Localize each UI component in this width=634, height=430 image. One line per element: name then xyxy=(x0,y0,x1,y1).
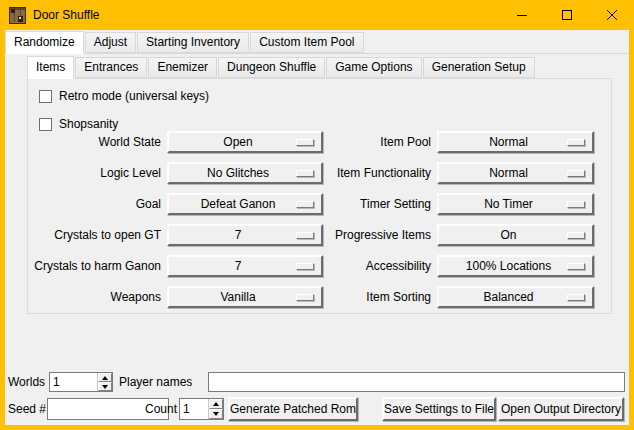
progressive-items-dropdown[interactable]: On xyxy=(437,224,594,246)
titlebar: Door Shuffle xyxy=(0,0,634,30)
outer-tabbar: Randomize Adjust Starting Inventory Cust… xyxy=(5,31,365,53)
retro-mode-checkbox[interactable] xyxy=(39,90,52,103)
tab-label: Items xyxy=(36,60,65,74)
minimize-button[interactable] xyxy=(499,0,544,30)
spin-up-icon xyxy=(102,376,108,380)
window: Door Shuffle Randomize Adjust Starting I… xyxy=(0,0,634,430)
worlds-spinbox[interactable] xyxy=(49,372,113,392)
goal-label: Goal xyxy=(28,193,161,215)
count-label: Count xyxy=(139,402,177,416)
maximize-icon xyxy=(561,9,573,21)
shopsanity-checkbox[interactable] xyxy=(39,118,52,131)
item-pool-label: Item Pool xyxy=(248,131,431,153)
window-title: Door Shuffle xyxy=(33,8,100,22)
outer-tab-rule xyxy=(5,53,629,54)
tab-enemizer[interactable]: Enemizer xyxy=(148,57,217,78)
tab-label: Generation Setup xyxy=(432,60,526,74)
client-area: Randomize Adjust Starting Inventory Cust… xyxy=(5,30,629,425)
tab-custom-item-pool[interactable]: Custom Item Pool xyxy=(250,32,363,53)
item-sorting-label: Item Sorting xyxy=(248,286,431,308)
weapons-label: Weapons xyxy=(28,286,161,308)
tab-items[interactable]: Items xyxy=(27,56,74,79)
timer-setting-label: Timer Setting xyxy=(248,193,431,215)
dropdown-value: Normal xyxy=(489,166,542,180)
tab-starting-inventory[interactable]: Starting Inventory xyxy=(137,32,249,53)
tab-randomize[interactable]: Randomize xyxy=(5,31,84,54)
tab-label: Randomize xyxy=(14,35,75,49)
retro-mode-row: Retro mode (universal keys) xyxy=(39,89,209,103)
menu-indicator-icon xyxy=(567,294,585,301)
spin-down-icon xyxy=(213,412,219,416)
close-button[interactable] xyxy=(589,0,634,30)
tab-label: Game Options xyxy=(335,60,412,74)
tab-dungeon-shuffle[interactable]: Dungeon Shuffle xyxy=(218,57,325,78)
item-pool-dropdown[interactable]: Normal xyxy=(437,131,594,153)
accessibility-dropdown[interactable]: 100% Locations xyxy=(437,255,594,277)
tab-adjust[interactable]: Adjust xyxy=(85,32,136,53)
worlds-input[interactable] xyxy=(50,373,97,391)
count-input[interactable] xyxy=(180,399,208,419)
tab-game-options[interactable]: Game Options xyxy=(326,57,421,78)
tab-label: Dungeon Shuffle xyxy=(227,60,316,74)
menu-indicator-icon xyxy=(567,139,585,146)
dropdown-value: No Timer xyxy=(484,197,547,211)
open-output-directory-button[interactable]: Open Output Directory xyxy=(498,397,624,421)
tab-generation-setup[interactable]: Generation Setup xyxy=(423,57,535,78)
logic-level-label: Logic Level xyxy=(28,162,161,184)
crystals-open-gt-label: Crystals to open GT xyxy=(28,224,161,246)
spin-down-button[interactable] xyxy=(209,409,223,419)
shopsanity-row: Shopsanity xyxy=(39,117,118,131)
button-label: Save Settings to File xyxy=(384,402,494,416)
generate-patched-rom-button[interactable]: Generate Patched Rom xyxy=(228,397,358,421)
inner-tabbar: Items Entrances Enemizer Dungeon Shuffle… xyxy=(27,56,536,78)
menu-indicator-icon xyxy=(567,201,585,208)
save-settings-button[interactable]: Save Settings to File xyxy=(382,397,496,421)
button-label: Generate Patched Rom xyxy=(230,402,356,416)
accessibility-label: Accessibility xyxy=(248,255,431,277)
spin-up-button[interactable] xyxy=(98,373,112,382)
spin-up-button[interactable] xyxy=(209,399,223,409)
dropdown-value: Balanced xyxy=(483,290,547,304)
door-icon xyxy=(9,7,26,24)
item-sorting-dropdown[interactable]: Balanced xyxy=(437,286,594,308)
worlds-label: Worlds xyxy=(8,375,45,389)
player-names-input[interactable] xyxy=(208,372,625,392)
tab-label: Adjust xyxy=(94,35,127,49)
world-state-label: World State xyxy=(28,131,161,153)
item-functionality-dropdown[interactable]: Normal xyxy=(437,162,594,184)
timer-setting-dropdown[interactable]: No Timer xyxy=(437,193,594,215)
count-spinbox[interactable] xyxy=(179,398,224,420)
player-names-label: Player names xyxy=(119,375,192,389)
menu-indicator-icon xyxy=(567,263,585,270)
dropdown-value: On xyxy=(500,228,530,242)
seed-label: Seed # xyxy=(8,402,46,416)
spin-down-icon xyxy=(102,385,108,389)
item-functionality-label: Item Functionality xyxy=(248,162,431,184)
spin-up-icon xyxy=(213,402,219,406)
retro-mode-label: Retro mode (universal keys) xyxy=(59,90,209,103)
shopsanity-label: Shopsanity xyxy=(59,118,118,131)
worlds-spin-buttons xyxy=(97,373,112,391)
tab-label: Entrances xyxy=(84,60,138,74)
tab-entrances[interactable]: Entrances xyxy=(75,57,147,78)
tab-label: Enemizer xyxy=(157,60,208,74)
dropdown-value: Normal xyxy=(489,135,542,149)
crystals-harm-ganon-label: Crystals to harm Ganon xyxy=(28,255,161,277)
menu-indicator-icon xyxy=(567,170,585,177)
maximize-button[interactable] xyxy=(544,0,589,30)
button-label: Open Output Directory xyxy=(501,402,621,416)
dropdown-value: 100% Locations xyxy=(466,259,565,273)
tab-label: Custom Item Pool xyxy=(259,35,354,49)
close-icon xyxy=(606,9,618,21)
menu-indicator-icon xyxy=(567,232,585,239)
progressive-items-label: Progressive Items xyxy=(248,224,431,246)
minimize-icon xyxy=(516,9,528,21)
count-spin-buttons xyxy=(208,399,223,419)
spin-down-button[interactable] xyxy=(98,382,112,391)
tab-label: Starting Inventory xyxy=(146,35,240,49)
items-pane: Retro mode (universal keys) Shopsanity W… xyxy=(27,78,612,314)
